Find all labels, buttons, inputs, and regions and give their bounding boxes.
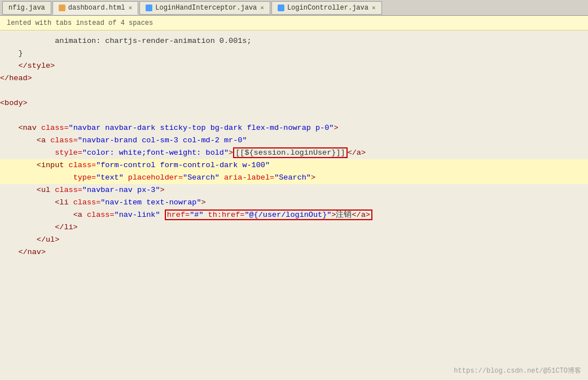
tab-bar: nfig.java dashboard.html ✕ LoginHandInte… xyxy=(0,0,588,16)
code-area: animation: chartjs-render-animation 0.00… xyxy=(0,30,588,369)
tab-loginhandler-label: LoginHandInterceptor.java xyxy=(155,4,257,12)
code-content-12: type="text" placeholder="Search" aria-la… xyxy=(0,172,577,184)
code-line-8: <nav class="navbar navbar-dark sticky-to… xyxy=(0,122,588,134)
code-line-6: <body> xyxy=(0,97,588,110)
watermark: https://blog.csdn.net/@51CTO博客 xyxy=(454,366,581,369)
code-line-12: type="text" placeholder="Search" aria-la… xyxy=(0,172,588,184)
code-line-7 xyxy=(0,110,588,122)
code-line-1: animation: chartjs-render-animation 0.00… xyxy=(0,35,588,47)
tab-loginhandler-icon xyxy=(146,5,152,11)
code-line-18: </nav> xyxy=(0,246,588,259)
code-content-15: <a class="nav-link" href="#" th:href="@{… xyxy=(0,209,577,221)
code-content-9: <a class="navbar-brand col-sm-3 col-md-2… xyxy=(0,134,577,147)
code-line-11: <input class="form-control form-control-… xyxy=(0,159,588,172)
warning-bar: lented with tabs instead of 4 spaces xyxy=(0,16,588,30)
code-content-16: </li> xyxy=(0,221,577,234)
warning-text: lented with tabs instead of 4 spaces xyxy=(7,19,153,27)
code-line-5 xyxy=(0,85,588,97)
code-line-10: style="color: white;font-weight: bold">[… xyxy=(0,147,588,159)
code-line-17: </ul> xyxy=(0,234,588,246)
code-content-7 xyxy=(0,110,577,122)
tab-dashboard[interactable]: dashboard.html ✕ xyxy=(52,1,138,15)
code-line-16: </li> xyxy=(0,221,588,234)
code-content-2: } xyxy=(0,47,577,60)
code-line-9: <a class="navbar-brand col-sm-3 col-md-2… xyxy=(0,134,588,147)
tab-dashboard-icon xyxy=(59,5,65,11)
code-content-14: <li class="nav-item text-nowrap"> xyxy=(0,196,577,209)
code-line-13: <ul class="navbar-nav px-3"> xyxy=(0,184,588,196)
tab-loginhandler[interactable]: LoginHandInterceptor.java ✕ xyxy=(139,1,270,15)
code-line-4: </head> xyxy=(0,72,588,85)
code-content-13: <ul class="navbar-nav px-3"> xyxy=(0,184,577,196)
code-content-17: </ul> xyxy=(0,234,577,246)
tab-logincontroller[interactable]: LoginController.java ✕ xyxy=(271,1,382,15)
tab-dashboard-label: dashboard.html xyxy=(68,4,125,12)
code-line-2: } xyxy=(0,47,588,60)
code-content-5 xyxy=(0,85,577,97)
tab-config[interactable]: nfig.java xyxy=(2,1,51,15)
tab-logincontroller-close[interactable]: ✕ xyxy=(372,4,376,11)
code-content-10: style="color: white;font-weight: bold">[… xyxy=(0,147,577,159)
code-line-14: <li class="nav-item text-nowrap"> xyxy=(0,196,588,209)
code-line-15: <a class="nav-link" href="#" th:href="@{… xyxy=(0,209,588,221)
code-content-8: <nav class="navbar navbar-dark sticky-to… xyxy=(0,122,577,134)
code-content-6: <body> xyxy=(0,97,577,110)
code-content-18: </nav> xyxy=(0,246,577,259)
code-content-11: <input class="form-control form-control-… xyxy=(0,159,577,172)
code-line-3: </style> xyxy=(0,60,588,72)
tab-logincontroller-icon xyxy=(278,5,284,11)
code-content-3: </style> xyxy=(0,60,577,72)
code-content-4: </head> xyxy=(0,72,577,85)
tab-dashboard-close[interactable]: ✕ xyxy=(129,4,133,11)
tab-config-label: nfig.java xyxy=(8,4,45,12)
code-content-1: animation: chartjs-render-animation 0.00… xyxy=(0,35,577,47)
tab-logincontroller-label: LoginController.java xyxy=(287,4,368,12)
tab-loginhandler-close[interactable]: ✕ xyxy=(260,4,264,11)
